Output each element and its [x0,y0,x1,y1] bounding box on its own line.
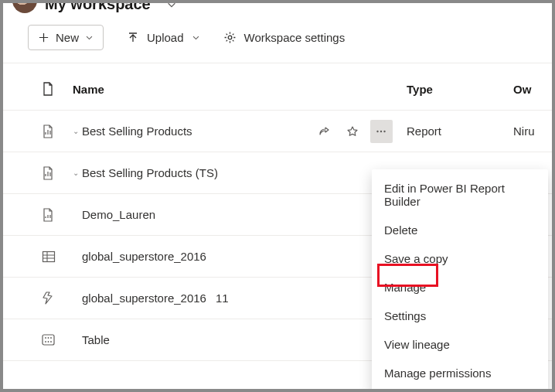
upload-icon [127,32,139,44]
table-icon [42,334,73,346]
flow-icon [42,291,73,305]
column-type-header[interactable]: Type [397,83,513,96]
item-name[interactable]: Demo_Lauren [82,208,155,221]
endorsement-icon: ⌄ [73,169,80,177]
svg-point-11 [50,341,52,343]
report-icon [42,166,73,180]
workspace-settings-button[interactable]: Workspace settings [223,31,346,44]
item-type: Report [397,124,513,138]
more-options-icon[interactable] [370,120,393,143]
menu-manage-permissions[interactable]: Manage permissions [372,359,548,387]
gear-icon [223,31,237,44]
item-name[interactable]: global_superstore_2016 [82,250,206,263]
column-header-row: Name Type Ow [3,63,552,111]
table-row[interactable]: ⌄Best Selling ProductsReportNiru [3,111,552,152]
report-icon [42,124,73,138]
svg-point-1 [377,130,379,131]
workspace-title: My workspace [45,3,151,12]
upload-button[interactable]: Upload [127,31,200,44]
menu-settings[interactable]: Settings [372,302,548,330]
report-alt-icon [42,208,73,222]
item-name[interactable]: Table [82,333,110,346]
item-owner: Niru [513,124,552,138]
svg-point-9 [45,341,46,343]
svg-rect-4 [43,251,55,261]
svg-point-0 [228,36,232,39]
item-name[interactable]: Best Selling Products (TS) [82,166,218,179]
workspace-chevron-icon[interactable] [166,3,177,10]
chevron-down-icon [192,33,200,42]
menu-save-copy[interactable]: Save a copy [372,244,548,273]
menu-delete[interactable]: Delete [372,216,548,244]
item-name[interactable]: global_superstore_2016 [82,291,206,305]
item-name[interactable]: Best Selling Products [82,124,192,138]
item-count: 11 [216,291,229,305]
column-owner-header[interactable]: Ow [513,83,552,96]
upload-label: Upload [147,31,184,44]
new-button[interactable]: New [28,25,104,50]
file-header-icon [42,82,73,96]
context-menu: Edit in Power BI Report Builder Delete S… [372,169,548,389]
menu-manage[interactable]: Manage [372,273,548,302]
menu-edit-report-builder[interactable]: Edit in Power BI Report Builder [372,174,548,216]
svg-point-2 [380,130,382,131]
menu-view-lineage[interactable]: View lineage [372,330,548,359]
excel-icon [42,250,73,264]
column-name-header[interactable]: Name [73,83,312,96]
plus-icon [38,32,49,43]
workspace-settings-label: Workspace settings [244,31,346,44]
svg-point-7 [48,337,49,339]
svg-point-6 [45,337,46,339]
share-icon[interactable] [312,120,335,143]
svg-point-8 [50,337,52,339]
favorite-icon[interactable] [341,120,363,143]
chevron-down-icon [85,33,94,42]
workspace-avatar [12,3,37,13]
svg-point-3 [384,130,386,131]
new-button-label: New [56,31,79,44]
svg-point-10 [48,341,49,343]
svg-rect-5 [43,335,54,345]
endorsement-icon: ⌄ [73,127,80,135]
